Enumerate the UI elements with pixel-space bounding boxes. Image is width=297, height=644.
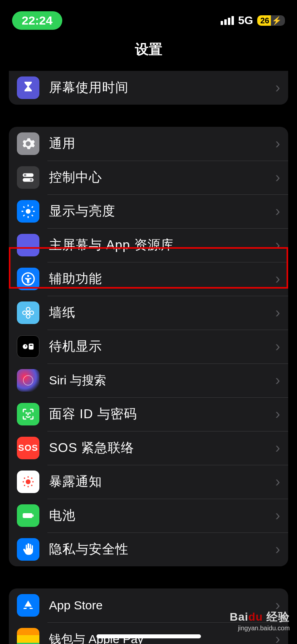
- svg-point-15: [27, 311, 30, 314]
- settings-row-standby[interactable]: 待机显示›: [9, 330, 288, 363]
- chevron-right-icon: ›: [275, 372, 280, 389]
- svg-point-14: [27, 275, 29, 277]
- charging-icon: ⚡: [271, 16, 282, 25]
- settings-group: 屏幕使用时间›: [9, 71, 288, 105]
- svg-point-34: [24, 485, 25, 486]
- gear-icon: [17, 132, 39, 155]
- chevron-right-icon: ›: [275, 507, 280, 524]
- appstore-icon: [17, 594, 39, 617]
- row-label: SOS 紧急联络: [49, 439, 275, 457]
- chevron-right-icon: ›: [275, 541, 280, 558]
- settings-row-appgrid[interactable]: 主屏幕与 App 资源库›: [9, 228, 288, 262]
- settings-row-gear[interactable]: 通用›: [9, 127, 288, 161]
- battery-indicator: 26⚡: [257, 15, 285, 26]
- row-label: 屏幕使用时间: [49, 79, 275, 97]
- settings-list: 屏幕使用时间›通用›控制中心›显示与亮度›主屏幕与 App 资源库›辅助功能›墙…: [0, 71, 297, 644]
- settings-row-flower[interactable]: 墙纸›: [9, 296, 288, 330]
- chevron-right-icon: ›: [275, 203, 280, 220]
- chevron-right-icon: ›: [275, 440, 280, 456]
- settings-row-faceid[interactable]: 面容 ID 与密码›: [9, 397, 288, 431]
- settings-row-hourglass[interactable]: 屏幕使用时间›: [9, 71, 288, 105]
- svg-point-35: [31, 485, 33, 486]
- chevron-right-icon: ›: [275, 473, 280, 490]
- settings-row-battery[interactable]: 电池›: [9, 499, 288, 533]
- svg-point-3: [30, 179, 33, 181]
- brightness-icon: [17, 200, 39, 223]
- battery-percent: 26: [257, 15, 271, 26]
- row-label: 通用: [49, 135, 275, 153]
- svg-point-19: [30, 311, 34, 315]
- standby-icon: [17, 335, 39, 358]
- chevron-right-icon: ›: [275, 338, 280, 355]
- appgrid-icon: [17, 234, 39, 256]
- row-label: 主屏幕与 App 资源库: [49, 236, 275, 254]
- hourglass-icon: [17, 76, 39, 99]
- chevron-right-icon: ›: [275, 237, 280, 254]
- svg-point-29: [27, 486, 29, 487]
- chevron-right-icon: ›: [275, 169, 280, 186]
- row-label: 显示与亮度: [49, 202, 275, 220]
- svg-point-30: [23, 481, 24, 483]
- status-right: 5G 26⚡: [221, 14, 285, 27]
- status-bar: 22:24 5G 26⚡: [0, 0, 297, 32]
- row-label: 辅助功能: [49, 270, 275, 288]
- watermark: Baidu 经验 jingyan.baidu.com: [229, 609, 290, 632]
- exposure-icon: [17, 471, 39, 493]
- row-label: 电池: [49, 507, 275, 524]
- svg-rect-37: [33, 514, 34, 517]
- settings-row-siri[interactable]: Siri 与搜索›: [9, 363, 288, 397]
- signal-icon: [221, 16, 234, 25]
- toggles-icon: [17, 166, 39, 189]
- status-time: 22:24: [12, 11, 62, 30]
- watermark-brand: Bai: [229, 611, 248, 623]
- chevron-right-icon: ›: [275, 79, 280, 96]
- flower-icon: [17, 301, 39, 324]
- svg-line-10: [32, 215, 33, 216]
- battery-icon: [17, 504, 39, 527]
- svg-line-11: [23, 215, 25, 216]
- settings-row-hand[interactable]: 隐私与安全性›: [9, 533, 288, 566]
- row-label: 墙纸: [49, 304, 275, 322]
- svg-point-27: [26, 479, 31, 484]
- page-title: 设置: [0, 32, 297, 71]
- svg-point-16: [27, 308, 30, 311]
- svg-rect-21: [29, 344, 34, 350]
- settings-row-exposure[interactable]: 暴露通知›: [9, 465, 288, 499]
- row-label: 暴露通知: [49, 473, 275, 491]
- svg-point-25: [26, 413, 27, 413]
- row-label: 控制中心: [49, 169, 275, 186]
- hand-icon: [17, 538, 39, 561]
- settings-group: 通用›控制中心›显示与亮度›主屏幕与 App 资源库›辅助功能›墙纸›待机显示›…: [9, 127, 288, 566]
- home-indicator[interactable]: [96, 634, 201, 638]
- chevron-right-icon: ›: [275, 270, 280, 287]
- siri-icon: [17, 369, 39, 392]
- accessibility-icon: [17, 268, 39, 290]
- svg-point-4: [26, 209, 31, 214]
- network-label: 5G: [238, 14, 253, 27]
- chevron-right-icon: ›: [275, 406, 280, 423]
- svg-point-20: [23, 344, 28, 349]
- svg-point-26: [30, 413, 31, 413]
- wallet-icon: [17, 628, 39, 644]
- settings-row-toggles[interactable]: 控制中心›: [9, 161, 288, 194]
- svg-line-9: [23, 206, 25, 208]
- row-label: Siri 与搜索: [49, 372, 275, 389]
- svg-point-33: [31, 477, 33, 479]
- chevron-right-icon: ›: [275, 304, 280, 321]
- settings-row-sos[interactable]: SOSSOS 紧急联络›: [9, 431, 288, 465]
- svg-line-12: [32, 206, 33, 208]
- svg-point-28: [27, 476, 29, 478]
- settings-row-accessibility[interactable]: 辅助功能›: [9, 262, 288, 296]
- chevron-right-icon: ›: [275, 135, 280, 152]
- faceid-icon: [17, 403, 39, 425]
- svg-point-1: [24, 174, 27, 176]
- settings-row-brightness[interactable]: 显示与亮度›: [9, 194, 288, 228]
- svg-point-24: [23, 376, 33, 385]
- svg-point-31: [32, 481, 34, 483]
- svg-point-17: [27, 315, 30, 318]
- row-label: 待机显示: [49, 338, 275, 355]
- row-label: 隐私与安全性: [49, 541, 275, 558]
- svg-point-32: [24, 477, 25, 479]
- svg-rect-36: [23, 513, 33, 518]
- watermark-url: jingyan.baidu.com: [229, 625, 290, 632]
